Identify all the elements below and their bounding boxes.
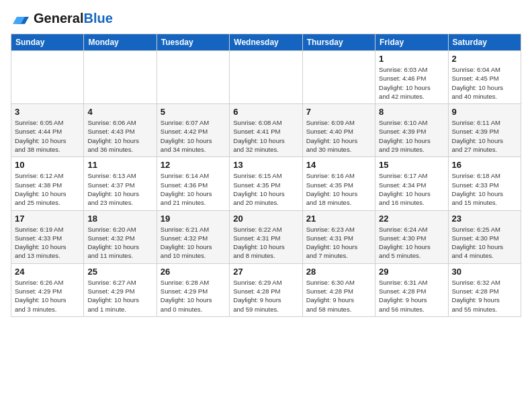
calendar-day-cell [84,51,157,104]
calendar-day-cell: 3Sunrise: 6:05 AM Sunset: 4:44 PM Daylig… [11,104,84,157]
day-detail: Sunrise: 6:10 AM Sunset: 4:39 PM Dayligh… [379,118,444,154]
weekday-header-cell: Thursday [302,34,375,51]
day-detail: Sunrise: 6:24 AM Sunset: 4:30 PM Dayligh… [379,225,444,261]
calendar-week-row: 10Sunrise: 6:12 AM Sunset: 4:38 PM Dayli… [11,157,521,210]
day-detail: Sunrise: 6:06 AM Sunset: 4:43 PM Dayligh… [87,118,152,154]
calendar-day-cell: 16Sunrise: 6:18 AM Sunset: 4:33 PM Dayli… [448,157,521,210]
weekday-header-cell: Tuesday [157,34,229,51]
day-number: 1 [379,54,444,64]
day-number: 18 [87,214,152,224]
day-number: 23 [452,214,517,224]
calendar-day-cell: 17Sunrise: 6:19 AM Sunset: 4:33 PM Dayli… [11,210,84,263]
weekday-header-cell: Friday [375,34,448,51]
day-number: 19 [161,214,226,224]
calendar-day-cell [157,51,229,104]
day-number: 10 [15,160,80,170]
day-number: 9 [452,107,517,117]
calendar-day-cell: 13Sunrise: 6:15 AM Sunset: 4:35 PM Dayli… [230,157,302,210]
day-detail: Sunrise: 6:11 AM Sunset: 4:39 PM Dayligh… [452,118,517,154]
weekday-header-cell: Saturday [448,34,521,51]
calendar-day-cell: 1Sunrise: 6:03 AM Sunset: 4:46 PM Daylig… [375,51,448,104]
calendar-day-cell: 24Sunrise: 6:26 AM Sunset: 4:29 PM Dayli… [11,263,84,316]
day-number: 6 [233,107,298,117]
day-detail: Sunrise: 6:12 AM Sunset: 4:38 PM Dayligh… [15,171,80,207]
day-number: 7 [306,107,371,117]
calendar-day-cell: 11Sunrise: 6:13 AM Sunset: 4:37 PM Dayli… [84,157,157,210]
calendar-week-row: 1Sunrise: 6:03 AM Sunset: 4:46 PM Daylig… [11,51,521,104]
calendar-day-cell: 18Sunrise: 6:20 AM Sunset: 4:32 PM Dayli… [84,210,157,263]
day-detail: Sunrise: 6:07 AM Sunset: 4:42 PM Dayligh… [161,118,226,154]
weekday-header-cell: Sunday [11,34,84,51]
day-detail: Sunrise: 6:28 AM Sunset: 4:29 PM Dayligh… [161,278,226,314]
day-detail: Sunrise: 6:08 AM Sunset: 4:41 PM Dayligh… [233,118,298,154]
day-detail: Sunrise: 6:14 AM Sunset: 4:36 PM Dayligh… [161,171,226,207]
calendar-day-cell: 28Sunrise: 6:30 AM Sunset: 4:28 PM Dayli… [302,263,375,316]
calendar-day-cell: 29Sunrise: 6:31 AM Sunset: 4:28 PM Dayli… [375,263,448,316]
page-header: GeneralBlue [11,11,521,26]
day-number: 30 [452,267,517,277]
calendar-day-cell: 20Sunrise: 6:22 AM Sunset: 4:31 PM Dayli… [230,210,302,263]
day-detail: Sunrise: 6:19 AM Sunset: 4:33 PM Dayligh… [15,225,80,261]
day-number: 27 [233,267,298,277]
calendar-day-cell [230,51,302,104]
weekday-header-row: SundayMondayTuesdayWednesdayThursdayFrid… [11,34,521,51]
calendar-day-cell: 6Sunrise: 6:08 AM Sunset: 4:41 PM Daylig… [230,104,302,157]
weekday-header-cell: Monday [84,34,157,51]
day-detail: Sunrise: 6:03 AM Sunset: 4:46 PM Dayligh… [379,65,444,101]
day-detail: Sunrise: 6:17 AM Sunset: 4:34 PM Dayligh… [379,171,444,207]
day-detail: Sunrise: 6:32 AM Sunset: 4:28 PM Dayligh… [452,278,517,314]
day-number: 17 [15,214,80,224]
calendar-day-cell: 9Sunrise: 6:11 AM Sunset: 4:39 PM Daylig… [448,104,521,157]
calendar-day-cell [302,51,375,104]
day-number: 14 [306,160,371,170]
day-detail: Sunrise: 6:29 AM Sunset: 4:28 PM Dayligh… [233,278,298,314]
day-number: 16 [452,160,517,170]
day-number: 4 [87,107,152,117]
day-detail: Sunrise: 6:26 AM Sunset: 4:29 PM Dayligh… [15,278,80,314]
day-detail: Sunrise: 6:20 AM Sunset: 4:32 PM Dayligh… [87,225,152,261]
calendar-day-cell: 27Sunrise: 6:29 AM Sunset: 4:28 PM Dayli… [230,263,302,316]
day-number: 5 [161,107,226,117]
weekday-header-cell: Wednesday [230,34,302,51]
day-detail: Sunrise: 6:21 AM Sunset: 4:32 PM Dayligh… [161,225,226,261]
calendar-day-cell: 25Sunrise: 6:27 AM Sunset: 4:29 PM Dayli… [84,263,157,316]
day-number: 25 [87,267,152,277]
calendar-day-cell: 21Sunrise: 6:23 AM Sunset: 4:31 PM Dayli… [302,210,375,263]
day-detail: Sunrise: 6:04 AM Sunset: 4:45 PM Dayligh… [452,65,517,101]
calendar-day-cell: 14Sunrise: 6:16 AM Sunset: 4:35 PM Dayli… [302,157,375,210]
calendar-day-cell [11,51,84,104]
calendar-day-cell: 30Sunrise: 6:32 AM Sunset: 4:28 PM Dayli… [448,263,521,316]
calendar-table: SundayMondayTuesdayWednesdayThursdayFrid… [11,34,521,317]
day-detail: Sunrise: 6:30 AM Sunset: 4:28 PM Dayligh… [306,278,371,314]
calendar-day-cell: 23Sunrise: 6:25 AM Sunset: 4:30 PM Dayli… [448,210,521,263]
day-detail: Sunrise: 6:23 AM Sunset: 4:31 PM Dayligh… [306,225,371,261]
logo-text: GeneralBlue [34,11,113,26]
calendar-day-cell: 12Sunrise: 6:14 AM Sunset: 4:36 PM Dayli… [157,157,229,210]
day-detail: Sunrise: 6:27 AM Sunset: 4:29 PM Dayligh… [87,278,152,314]
day-detail: Sunrise: 6:13 AM Sunset: 4:37 PM Dayligh… [87,171,152,207]
day-number: 11 [87,160,152,170]
day-number: 26 [161,267,226,277]
calendar-day-cell: 2Sunrise: 6:04 AM Sunset: 4:45 PM Daylig… [448,51,521,104]
calendar-day-cell: 15Sunrise: 6:17 AM Sunset: 4:34 PM Dayli… [375,157,448,210]
calendar-day-cell: 26Sunrise: 6:28 AM Sunset: 4:29 PM Dayli… [157,263,229,316]
day-detail: Sunrise: 6:31 AM Sunset: 4:28 PM Dayligh… [379,278,444,314]
calendar-day-cell: 19Sunrise: 6:21 AM Sunset: 4:32 PM Dayli… [157,210,229,263]
day-number: 22 [379,214,444,224]
logo-icon [11,13,31,25]
logo: GeneralBlue [11,11,113,26]
day-detail: Sunrise: 6:15 AM Sunset: 4:35 PM Dayligh… [233,171,298,207]
day-detail: Sunrise: 6:05 AM Sunset: 4:44 PM Dayligh… [15,118,80,154]
day-number: 3 [15,107,80,117]
calendar-day-cell: 8Sunrise: 6:10 AM Sunset: 4:39 PM Daylig… [375,104,448,157]
calendar-day-cell: 4Sunrise: 6:06 AM Sunset: 4:43 PM Daylig… [84,104,157,157]
day-number: 12 [161,160,226,170]
day-number: 15 [379,160,444,170]
day-number: 13 [233,160,298,170]
calendar-week-row: 17Sunrise: 6:19 AM Sunset: 4:33 PM Dayli… [11,210,521,263]
calendar-body: 1Sunrise: 6:03 AM Sunset: 4:46 PM Daylig… [11,51,521,317]
day-number: 28 [306,267,371,277]
day-detail: Sunrise: 6:09 AM Sunset: 4:40 PM Dayligh… [306,118,371,154]
calendar-week-row: 24Sunrise: 6:26 AM Sunset: 4:29 PM Dayli… [11,263,521,316]
day-detail: Sunrise: 6:16 AM Sunset: 4:35 PM Dayligh… [306,171,371,207]
